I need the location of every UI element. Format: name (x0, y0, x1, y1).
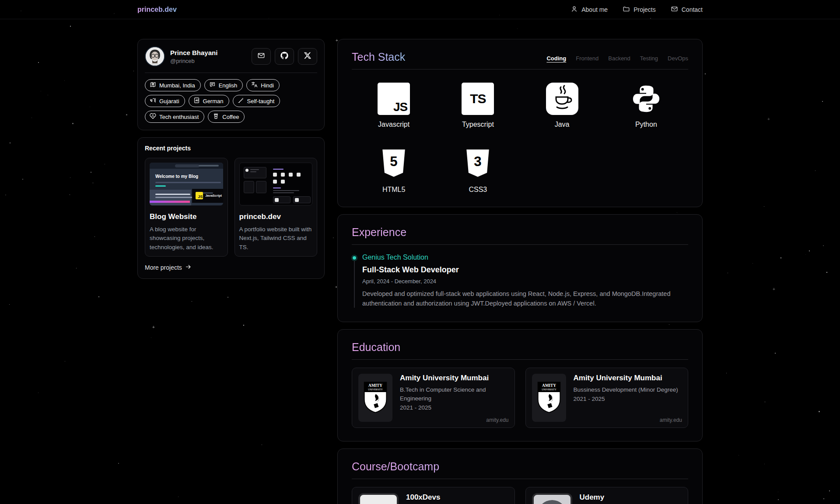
star (775, 353, 776, 354)
star (778, 492, 778, 492)
tab-coding[interactable]: Coding (546, 55, 566, 62)
education-entry[interactable]: AMITY UNIVERSITY Amity University Mumbai… (525, 368, 689, 428)
svg-text:AMITY: AMITY (368, 383, 382, 388)
badge-location: Mumbai, India (145, 79, 201, 91)
timeline-dot (352, 255, 357, 261)
badge-label: Mumbai, India (159, 82, 195, 89)
course-bootcamp-card: Course/Bootcamp 100x devs 100xDevs 0-100… (337, 448, 703, 504)
star (765, 402, 765, 402)
main-nav: About me Projects Contact (570, 5, 703, 14)
tech-typescript: TS Typescript (462, 83, 494, 129)
star (41, 91, 41, 91)
degree: Bussiness Development (Minor Degree) (574, 386, 678, 394)
typescript-icon: TS (462, 83, 494, 115)
project-thumbnail-princeb (239, 163, 313, 205)
nav-label: Projects (634, 6, 656, 13)
tab-backend[interactable]: Backend (608, 55, 630, 62)
tech-grid: JS Javascript TS Typescript (352, 83, 688, 194)
course-entry-100xdevs[interactable]: 100x devs 100xDevs 0-100 Full-Stack Web … (352, 487, 515, 504)
star (76, 268, 77, 268)
star (38, 393, 38, 393)
star (726, 373, 727, 373)
mail-button[interactable] (252, 48, 271, 65)
heart-circuit-icon (150, 113, 156, 121)
java-icon (546, 83, 578, 115)
project-thumbnail-blog: Welcome to my Blog JS JavaScript (150, 163, 223, 205)
svg-text:UNIVERSITY: UNIVERSITY (542, 388, 556, 391)
project-description: A blog website for showcasing projects, … (150, 225, 223, 252)
tech-python: Python (630, 83, 662, 129)
mail-icon (671, 5, 678, 14)
star (829, 490, 830, 491)
star (823, 498, 824, 499)
svg-text:UNIVERSITY: UNIVERSITY (368, 388, 383, 391)
star (105, 164, 105, 164)
star (823, 245, 824, 246)
svg-text:3: 3 (474, 154, 482, 169)
thumb-heading: Welcome to my Blog (155, 174, 198, 179)
tab-devops[interactable]: DevOps (668, 55, 688, 62)
badge-label: Tech enthusiast (159, 114, 199, 120)
dictionary-book-icon (193, 97, 200, 105)
nav-contact[interactable]: Contact (671, 5, 703, 14)
map-icon (150, 81, 156, 89)
css3-icon: 3 (462, 148, 494, 180)
tech-stack-tabs: Coding Frontend Backend Testing DevOps (546, 55, 688, 63)
course-entry-udemy[interactable]: Udemy The Complete Full-Stack Web Develo… (525, 487, 689, 504)
avatar (145, 46, 165, 66)
x-twitter-button[interactable] (298, 48, 317, 65)
svg-text:AMITY: AMITY (542, 383, 556, 388)
project-name: Blog Website (150, 212, 223, 221)
star (738, 455, 739, 455)
star (38, 62, 39, 63)
star (126, 114, 127, 115)
experience-description: Developed and optimized full-stack web a… (362, 289, 675, 309)
star (70, 195, 70, 195)
course-bootcamp-title: Course/Bootcamp (352, 460, 688, 473)
badge-self-taught: Self-taught (233, 95, 280, 107)
tech-java: Java (546, 83, 578, 129)
badge-label: Self-taught (247, 98, 275, 104)
badge-list: Mumbai, India Hindi English Hindi Gujara… (145, 79, 317, 123)
education-card: Education AMITY UNIVERSITY (337, 329, 703, 441)
years: 2021 - 2025 (400, 404, 508, 411)
svg-text:5: 5 (390, 154, 397, 169)
tech-stack-card: Tech Stack Coding Frontend Backend Testi… (337, 39, 703, 207)
school-domain: amity.edu (486, 417, 508, 423)
star (90, 107, 90, 107)
badge-english: Hindi English (204, 79, 243, 91)
star (780, 257, 781, 258)
star (826, 272, 827, 273)
profile-handle: @princeb (170, 58, 217, 64)
github-icon (280, 52, 288, 61)
education-entry[interactable]: AMITY UNIVERSITY Amity University Mumbai… (352, 368, 515, 428)
stairs-icon (238, 97, 244, 105)
star (778, 499, 779, 500)
project-card-princeb[interactable]: princeb.dev A portfolio website built wi… (234, 158, 318, 257)
nav-projects[interactable]: Projects (623, 5, 656, 14)
github-button[interactable] (275, 48, 294, 65)
js-logo-icon: JS (196, 192, 203, 199)
divider (352, 69, 688, 70)
badge-coffee: Coffee (208, 111, 245, 123)
more-projects-link[interactable]: More projects (145, 264, 317, 271)
folder-icon (623, 5, 630, 14)
project-card-blog[interactable]: Welcome to my Blog JS JavaScript Blog We… (145, 158, 228, 257)
experience-title: Experience (352, 226, 688, 239)
project-name: princeb.dev (239, 212, 313, 221)
star (94, 236, 95, 237)
badge-hindi: Hindi (246, 79, 280, 91)
profile-card: Prince Bhayani @princeb (137, 39, 325, 130)
project-description: A portfolio website built with Next.js, … (239, 225, 313, 252)
school-domain: amity.edu (660, 417, 682, 423)
badge-label: Hindi (261, 82, 274, 89)
amity-university-logo: AMITY UNIVERSITY (532, 374, 566, 422)
amity-university-logo: AMITY UNIVERSITY (358, 374, 392, 422)
recent-projects-title: Recent projects (145, 145, 317, 152)
tab-frontend[interactable]: Frontend (576, 55, 598, 62)
mail-icon (257, 52, 265, 61)
site-logo[interactable]: princeb.dev (137, 6, 177, 14)
nav-about-me[interactable]: About me (570, 5, 608, 14)
tab-testing[interactable]: Testing (640, 55, 658, 62)
javascript-icon: JS (378, 83, 410, 115)
